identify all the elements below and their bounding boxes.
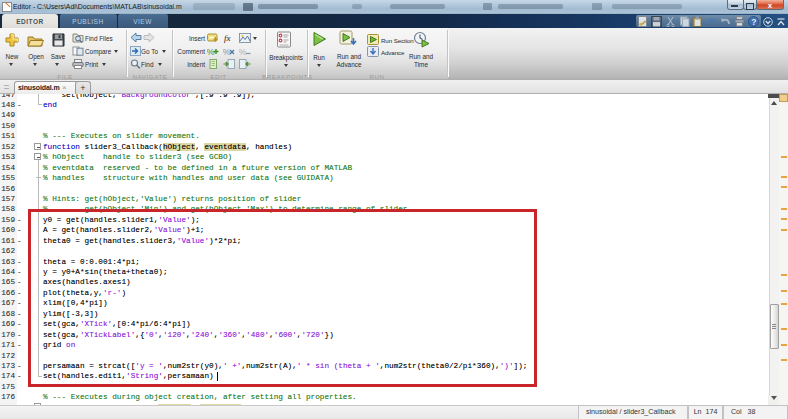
svg-text:%: % xyxy=(223,47,231,57)
svg-text:%: % xyxy=(207,47,215,57)
svg-text:fx: fx xyxy=(224,33,231,43)
svg-text:?: ? xyxy=(751,17,756,27)
svg-text:%: % xyxy=(239,47,247,57)
